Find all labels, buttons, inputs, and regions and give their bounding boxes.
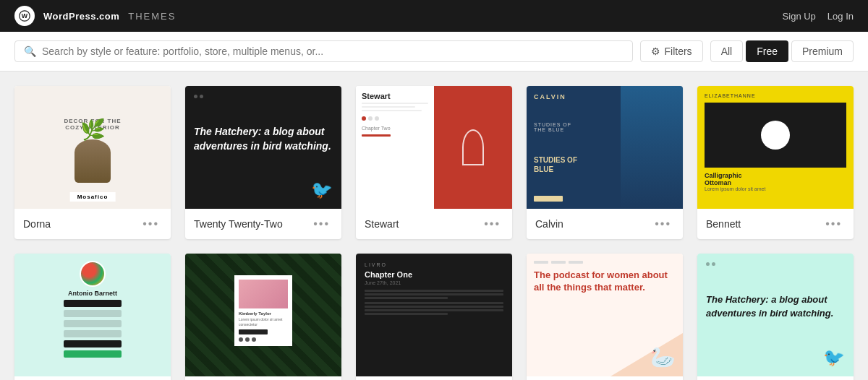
dot2 [200, 95, 203, 98]
stewart-title: Stewart [362, 92, 428, 100]
theme-name-bennett: Bennett [706, 218, 741, 230]
bennett-subtitle: Lorem ipsum dolor sit amet [705, 186, 846, 191]
theme-card-bennett: ELIZABETHANNE CalligraphicOttoman Lorem … [697, 86, 854, 239]
site-name: WordPress.com [43, 11, 119, 22]
more-button-twentytwentytwo[interactable]: ••• [310, 216, 333, 232]
section-label: THEMES [128, 11, 176, 22]
theme-card-stewart: Stewart Chapter Two Stewart ••• [356, 86, 512, 239]
bennett-tag: ELIZABETHANNE [705, 93, 846, 98]
filters-button[interactable]: ⚙ Filters [640, 40, 703, 62]
theme-name-calvin: Calvin [535, 218, 563, 230]
more-button-dorna[interactable]: ••• [140, 216, 162, 232]
barnett-btn1 [64, 300, 122, 307]
livro-line5 [365, 306, 503, 308]
stewart-left: Stewart Chapter Two [356, 86, 434, 209]
quadrat-headline: The podcast for women about all the thin… [534, 269, 676, 294]
top-nav: W WordPress.com THEMES Sign Up Log In [0, 0, 868, 32]
theme-name-dorna: Dorna [23, 218, 51, 230]
livro-line6 [365, 309, 503, 311]
farrow-card-text: Lorem ipsum dolor sit amet consectetur [239, 317, 288, 327]
tab-premium[interactable]: Premium [791, 40, 854, 62]
tab-free[interactable]: Free [746, 40, 788, 62]
theme-footer-barnett: Barnett ••• [14, 376, 171, 380]
wordpress-logo: W [14, 6, 35, 26]
theme-name-twentytwentytwo: Twenty Twenty-Two [194, 218, 283, 230]
bennett-circle [761, 121, 790, 150]
theme-preview-calvin[interactable]: CALVIN STUDIES OFTHE BLUE STUDIES OFBLUE [527, 86, 683, 209]
more-button-bennett[interactable]: ••• [822, 216, 845, 232]
stewart-line1 [362, 103, 428, 104]
theme-card-twentytwotwo-mint: The Hatchery: a blog about adventures in… [697, 254, 854, 380]
stewart-abstract-shape [462, 129, 484, 165]
theme-card-quadratred: The podcast for women about all the thin… [527, 254, 683, 380]
mint-dot1 [706, 262, 710, 266]
livro-line3 [365, 297, 448, 299]
stewart-right [434, 86, 512, 209]
stewart-line2 [362, 106, 415, 108]
ttwo-dots [194, 95, 333, 98]
livro-line1 [365, 290, 503, 292]
theme-card-farrow: Kimberly Taylor Lorem ipsum dolor sit am… [185, 254, 341, 380]
theme-preview-bennett[interactable]: ELIZABETHANNE CalligraphicOttoman Lorem … [697, 86, 854, 209]
bennett-block [705, 103, 846, 168]
bennett-title: CalligraphicOttoman [705, 172, 846, 186]
stewart-dots [362, 116, 428, 121]
gear-icon: ⚙ [651, 46, 660, 57]
theme-preview-twentytwotwo-mint[interactable]: The Hatchery: a blog about adventures in… [697, 254, 854, 376]
theme-footer-twentytwotwo-mint: Twenty Twenty-Two (M ••• [697, 376, 854, 380]
quadrat-nav [534, 261, 676, 264]
ttwo-mint-dots [706, 262, 845, 266]
barnett-btn4 [64, 330, 122, 337]
theme-preview-barnett[interactable]: Antonio Barnett [14, 254, 171, 376]
dorna-vase: 🌿 [75, 139, 111, 183]
theme-preview-dorna[interactable]: DECOR FOR THECOZY INTERIOR 🌿 Mosafico [14, 86, 171, 209]
stewart-chapter: Chapter Two [362, 126, 428, 131]
theme-grid: DECOR FOR THECOZY INTERIOR 🌿 Mosafico Do… [0, 72, 868, 380]
theme-preview-quadratred[interactable]: The podcast for women about all the thin… [527, 254, 683, 376]
theme-footer-livro: Livro ••• [356, 376, 512, 380]
search-input-wrap: 🔍 [14, 40, 633, 62]
barnett-avatar [80, 261, 106, 287]
theme-card-twentytwentytwo: The Hatchery: a blog about adventures in… [185, 86, 341, 239]
barnett-btn5 [64, 340, 122, 347]
quadrat-navdot3 [569, 261, 583, 264]
theme-preview-farrow[interactable]: Kimberly Taylor Lorem ipsum dolor sit am… [185, 254, 341, 376]
livro-line7 [365, 313, 448, 315]
farrow-card-img [239, 280, 288, 308]
login-link[interactable]: Log In [827, 11, 854, 22]
farrow-card: Kimberly Taylor Lorem ipsum dolor sit am… [234, 275, 292, 346]
ttwo-headline: The Hatchery: a blog about adventures in… [194, 125, 333, 153]
theme-footer-farrow: Farrow ••• [185, 376, 341, 380]
quadrat-navdot1 [534, 261, 548, 264]
theme-card-calvin: CALVIN STUDIES OFTHE BLUE STUDIES OFBLUE… [527, 86, 683, 239]
stewart-line3 [362, 110, 422, 111]
theme-footer-dorna: Dorna ••• [14, 209, 171, 239]
calvin-flower-bg [621, 86, 683, 209]
dorna-brand: Mosafico [70, 192, 116, 202]
search-input[interactable] [42, 46, 624, 57]
barnett-btn2 [64, 310, 122, 317]
livro-line2 [365, 293, 503, 295]
barnett-btn6 [64, 350, 122, 358]
tab-all[interactable]: All [710, 40, 744, 62]
filter-label: Filters [665, 46, 692, 57]
filter-tabs: All Free Premium [710, 40, 854, 62]
ttwo-mint-headline: The Hatchery: a blog about adventures in… [706, 293, 845, 319]
theme-footer-bennett: Bennett ••• [697, 209, 854, 239]
more-button-stewart[interactable]: ••• [481, 216, 503, 232]
theme-preview-twentytwentytwo[interactable]: The Hatchery: a blog about adventures in… [185, 86, 341, 209]
svg-text:W: W [22, 12, 28, 20]
livro-date: June 27th, 2021 [365, 280, 503, 285]
theme-preview-stewart[interactable]: Stewart Chapter Two [356, 86, 512, 209]
theme-card-barnett: Antonio Barnett Barnett ••• [14, 254, 171, 380]
barnett-btn3 [64, 320, 122, 327]
nav-right: Sign Up Log In [783, 11, 854, 22]
theme-preview-livro[interactable]: LIVRO Chapter One June 27th, 2021 [356, 254, 512, 376]
signup-link[interactable]: Sign Up [783, 11, 816, 22]
livro-chapter: Chapter One [365, 270, 503, 279]
farrow-social-icons [239, 337, 288, 342]
more-button-calvin[interactable]: ••• [652, 216, 674, 232]
quadrat-navdot2 [551, 261, 566, 264]
livro-tag: LIVRO [365, 262, 503, 267]
theme-name-stewart: Stewart [365, 218, 399, 230]
